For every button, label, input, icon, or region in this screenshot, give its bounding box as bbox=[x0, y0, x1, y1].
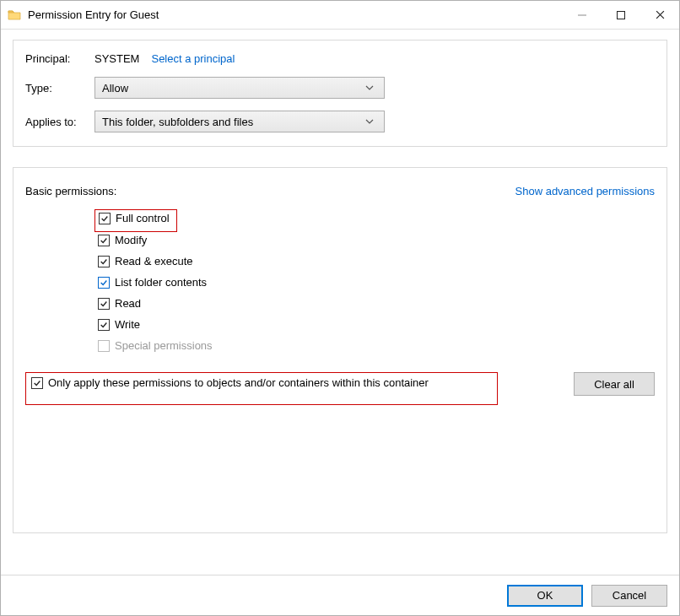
type-select-value: Allow bbox=[102, 82, 128, 95]
permission-label: Special permissions bbox=[115, 339, 213, 352]
clear-all-button[interactable]: Clear all bbox=[574, 372, 655, 396]
permission-label: Read & execute bbox=[115, 255, 193, 267]
checkbox-icon[interactable] bbox=[99, 213, 111, 224]
checkbox-icon[interactable] bbox=[31, 377, 43, 389]
permission-item[interactable]: Write bbox=[94, 316, 655, 332]
permission-label: Write bbox=[115, 318, 140, 331]
basic-permissions-label: Basic permissions: bbox=[25, 185, 116, 197]
permission-item[interactable]: Full control bbox=[95, 210, 176, 226]
type-label: Type: bbox=[25, 82, 94, 95]
window-title: Permission Entry for Guest bbox=[28, 8, 159, 21]
checkbox-icon[interactable] bbox=[98, 235, 110, 246]
select-principal-link[interactable]: Select a principal bbox=[151, 52, 235, 65]
permission-label: List folder contents bbox=[115, 276, 207, 289]
window-controls bbox=[563, 2, 679, 29]
applies-to-select-value: This folder, subfolders and files bbox=[102, 116, 253, 128]
checkbox-icon[interactable] bbox=[98, 319, 110, 331]
type-select[interactable]: Allow bbox=[94, 77, 385, 99]
close-button[interactable] bbox=[640, 2, 679, 29]
checkbox-icon[interactable] bbox=[98, 256, 110, 267]
checkbox-icon[interactable] bbox=[98, 298, 110, 310]
principal-value: SYSTEM bbox=[94, 52, 139, 65]
show-advanced-permissions-link[interactable]: Show advanced permissions bbox=[515, 185, 655, 197]
maximize-button[interactable] bbox=[602, 2, 640, 29]
only-apply-checkbox-row[interactable]: Only apply these permissions to objects … bbox=[31, 376, 429, 389]
folder-icon bbox=[8, 8, 21, 22]
permission-item[interactable]: Read bbox=[94, 295, 655, 311]
checkbox-icon bbox=[98, 340, 110, 352]
permission-label: Read bbox=[115, 297, 141, 310]
permissions-list: Full control Modify Read & execute List … bbox=[94, 209, 655, 354]
permissions-panel: Basic permissions: Show advanced permiss… bbox=[13, 167, 667, 533]
titlebar: Permission Entry for Guest bbox=[1, 1, 679, 30]
principal-label: Principal: bbox=[25, 52, 94, 65]
permission-item-highlight: Full control bbox=[94, 209, 177, 232]
only-apply-label: Only apply these permissions to objects … bbox=[48, 376, 429, 389]
permission-item[interactable]: Read & execute bbox=[94, 253, 655, 269]
checkbox-icon[interactable] bbox=[98, 277, 110, 289]
svg-rect-0 bbox=[618, 11, 625, 19]
dialog-footer: OK Cancel bbox=[1, 575, 679, 615]
permission-item[interactable]: Modify bbox=[94, 232, 655, 248]
chevron-down-icon bbox=[362, 85, 377, 90]
minimize-button[interactable] bbox=[563, 2, 602, 29]
permission-label: Modify bbox=[115, 234, 147, 246]
applies-to-select[interactable]: This folder, subfolders and files bbox=[94, 111, 385, 132]
ok-button[interactable]: OK bbox=[507, 585, 583, 607]
permission-label: Full control bbox=[116, 212, 170, 224]
chevron-down-icon bbox=[362, 119, 377, 124]
applies-to-label: Applies to: bbox=[25, 116, 94, 128]
only-apply-highlight: Only apply these permissions to objects … bbox=[25, 372, 498, 405]
permission-item: Special permissions bbox=[94, 338, 655, 354]
permission-item[interactable]: List folder contents bbox=[94, 274, 655, 290]
principal-panel: Principal: SYSTEM Select a principal Typ… bbox=[13, 40, 667, 147]
cancel-button[interactable]: Cancel bbox=[591, 585, 667, 607]
